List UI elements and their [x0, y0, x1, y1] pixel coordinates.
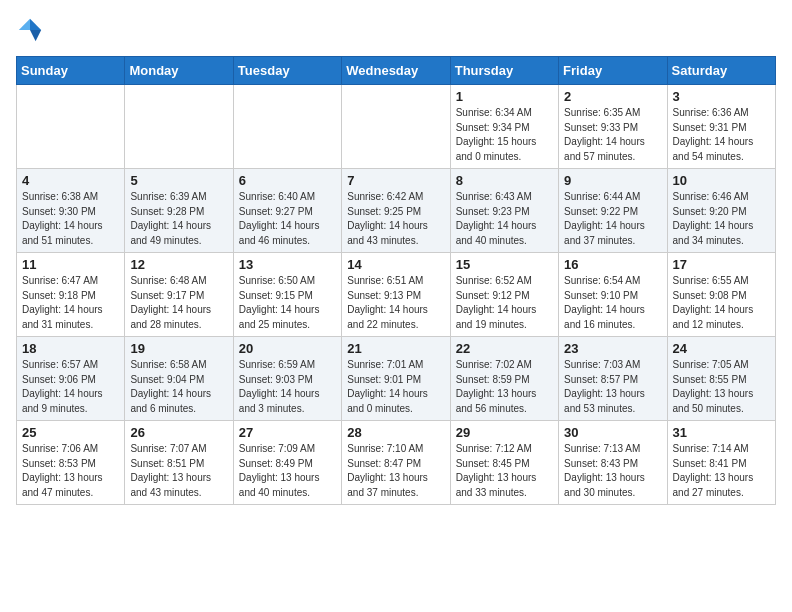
- day-number: 4: [22, 173, 119, 188]
- svg-marker-1: [30, 30, 41, 41]
- day-info: Sunrise: 6:51 AM Sunset: 9:13 PM Dayligh…: [347, 275, 428, 330]
- week-row-3: 11Sunrise: 6:47 AM Sunset: 9:18 PM Dayli…: [17, 253, 776, 337]
- calendar-cell: 27Sunrise: 7:09 AM Sunset: 8:49 PM Dayli…: [233, 421, 341, 505]
- svg-marker-2: [19, 19, 30, 30]
- day-info: Sunrise: 6:43 AM Sunset: 9:23 PM Dayligh…: [456, 191, 537, 246]
- day-number: 1: [456, 89, 553, 104]
- day-info: Sunrise: 6:44 AM Sunset: 9:22 PM Dayligh…: [564, 191, 645, 246]
- day-number: 11: [22, 257, 119, 272]
- calendar-cell: 2Sunrise: 6:35 AM Sunset: 9:33 PM Daylig…: [559, 85, 667, 169]
- day-number: 19: [130, 341, 227, 356]
- day-number: 22: [456, 341, 553, 356]
- calendar-cell: 5Sunrise: 6:39 AM Sunset: 9:28 PM Daylig…: [125, 169, 233, 253]
- day-info: Sunrise: 7:02 AM Sunset: 8:59 PM Dayligh…: [456, 359, 537, 414]
- calendar-cell: 4Sunrise: 6:38 AM Sunset: 9:30 PM Daylig…: [17, 169, 125, 253]
- calendar-cell: 9Sunrise: 6:44 AM Sunset: 9:22 PM Daylig…: [559, 169, 667, 253]
- calendar-cell: 8Sunrise: 6:43 AM Sunset: 9:23 PM Daylig…: [450, 169, 558, 253]
- calendar-cell: 25Sunrise: 7:06 AM Sunset: 8:53 PM Dayli…: [17, 421, 125, 505]
- calendar-cell: 19Sunrise: 6:58 AM Sunset: 9:04 PM Dayli…: [125, 337, 233, 421]
- day-info: Sunrise: 6:46 AM Sunset: 9:20 PM Dayligh…: [673, 191, 754, 246]
- day-info: Sunrise: 7:12 AM Sunset: 8:45 PM Dayligh…: [456, 443, 537, 498]
- day-number: 14: [347, 257, 444, 272]
- calendar-cell: 30Sunrise: 7:13 AM Sunset: 8:43 PM Dayli…: [559, 421, 667, 505]
- calendar-cell: 24Sunrise: 7:05 AM Sunset: 8:55 PM Dayli…: [667, 337, 775, 421]
- day-number: 17: [673, 257, 770, 272]
- day-number: 15: [456, 257, 553, 272]
- calendar-cell: 18Sunrise: 6:57 AM Sunset: 9:06 PM Dayli…: [17, 337, 125, 421]
- day-number: 13: [239, 257, 336, 272]
- calendar-cell: 26Sunrise: 7:07 AM Sunset: 8:51 PM Dayli…: [125, 421, 233, 505]
- calendar-cell: 17Sunrise: 6:55 AM Sunset: 9:08 PM Dayli…: [667, 253, 775, 337]
- day-number: 24: [673, 341, 770, 356]
- day-number: 8: [456, 173, 553, 188]
- day-number: 23: [564, 341, 661, 356]
- logo: [16, 16, 48, 44]
- calendar-cell: 7Sunrise: 6:42 AM Sunset: 9:25 PM Daylig…: [342, 169, 450, 253]
- day-header-monday: Monday: [125, 57, 233, 85]
- day-info: Sunrise: 6:35 AM Sunset: 9:33 PM Dayligh…: [564, 107, 645, 162]
- page-header: [16, 16, 776, 44]
- day-header-wednesday: Wednesday: [342, 57, 450, 85]
- day-info: Sunrise: 7:13 AM Sunset: 8:43 PM Dayligh…: [564, 443, 645, 498]
- calendar-cell: 13Sunrise: 6:50 AM Sunset: 9:15 PM Dayli…: [233, 253, 341, 337]
- week-row-1: 1Sunrise: 6:34 AM Sunset: 9:34 PM Daylig…: [17, 85, 776, 169]
- day-info: Sunrise: 6:50 AM Sunset: 9:15 PM Dayligh…: [239, 275, 320, 330]
- day-info: Sunrise: 6:54 AM Sunset: 9:10 PM Dayligh…: [564, 275, 645, 330]
- day-info: Sunrise: 6:38 AM Sunset: 9:30 PM Dayligh…: [22, 191, 103, 246]
- calendar-cell: 20Sunrise: 6:59 AM Sunset: 9:03 PM Dayli…: [233, 337, 341, 421]
- day-info: Sunrise: 6:39 AM Sunset: 9:28 PM Dayligh…: [130, 191, 211, 246]
- day-info: Sunrise: 6:36 AM Sunset: 9:31 PM Dayligh…: [673, 107, 754, 162]
- day-header-tuesday: Tuesday: [233, 57, 341, 85]
- calendar-cell: [125, 85, 233, 169]
- day-number: 6: [239, 173, 336, 188]
- calendar-cell: [17, 85, 125, 169]
- day-info: Sunrise: 6:55 AM Sunset: 9:08 PM Dayligh…: [673, 275, 754, 330]
- day-number: 20: [239, 341, 336, 356]
- day-number: 29: [456, 425, 553, 440]
- day-info: Sunrise: 7:07 AM Sunset: 8:51 PM Dayligh…: [130, 443, 211, 498]
- day-number: 12: [130, 257, 227, 272]
- day-header-saturday: Saturday: [667, 57, 775, 85]
- day-info: Sunrise: 6:34 AM Sunset: 9:34 PM Dayligh…: [456, 107, 537, 162]
- day-number: 30: [564, 425, 661, 440]
- day-info: Sunrise: 7:06 AM Sunset: 8:53 PM Dayligh…: [22, 443, 103, 498]
- calendar-cell: 23Sunrise: 7:03 AM Sunset: 8:57 PM Dayli…: [559, 337, 667, 421]
- day-info: Sunrise: 7:09 AM Sunset: 8:49 PM Dayligh…: [239, 443, 320, 498]
- day-number: 7: [347, 173, 444, 188]
- day-number: 10: [673, 173, 770, 188]
- day-number: 9: [564, 173, 661, 188]
- week-row-4: 18Sunrise: 6:57 AM Sunset: 9:06 PM Dayli…: [17, 337, 776, 421]
- calendar-cell: [233, 85, 341, 169]
- day-number: 28: [347, 425, 444, 440]
- calendar-cell: 31Sunrise: 7:14 AM Sunset: 8:41 PM Dayli…: [667, 421, 775, 505]
- calendar-cell: 6Sunrise: 6:40 AM Sunset: 9:27 PM Daylig…: [233, 169, 341, 253]
- day-info: Sunrise: 7:10 AM Sunset: 8:47 PM Dayligh…: [347, 443, 428, 498]
- calendar-table: SundayMondayTuesdayWednesdayThursdayFrid…: [16, 56, 776, 505]
- day-header-friday: Friday: [559, 57, 667, 85]
- day-header-sunday: Sunday: [17, 57, 125, 85]
- calendar-cell: 11Sunrise: 6:47 AM Sunset: 9:18 PM Dayli…: [17, 253, 125, 337]
- day-info: Sunrise: 6:57 AM Sunset: 9:06 PM Dayligh…: [22, 359, 103, 414]
- day-number: 26: [130, 425, 227, 440]
- day-info: Sunrise: 7:03 AM Sunset: 8:57 PM Dayligh…: [564, 359, 645, 414]
- day-number: 5: [130, 173, 227, 188]
- day-info: Sunrise: 7:14 AM Sunset: 8:41 PM Dayligh…: [673, 443, 754, 498]
- day-number: 21: [347, 341, 444, 356]
- day-info: Sunrise: 6:58 AM Sunset: 9:04 PM Dayligh…: [130, 359, 211, 414]
- calendar-cell: 29Sunrise: 7:12 AM Sunset: 8:45 PM Dayli…: [450, 421, 558, 505]
- day-info: Sunrise: 6:59 AM Sunset: 9:03 PM Dayligh…: [239, 359, 320, 414]
- day-info: Sunrise: 6:48 AM Sunset: 9:17 PM Dayligh…: [130, 275, 211, 330]
- calendar-cell: 10Sunrise: 6:46 AM Sunset: 9:20 PM Dayli…: [667, 169, 775, 253]
- logo-icon: [16, 16, 44, 44]
- header-row: SundayMondayTuesdayWednesdayThursdayFrid…: [17, 57, 776, 85]
- calendar-cell: 1Sunrise: 6:34 AM Sunset: 9:34 PM Daylig…: [450, 85, 558, 169]
- day-info: Sunrise: 7:05 AM Sunset: 8:55 PM Dayligh…: [673, 359, 754, 414]
- day-number: 2: [564, 89, 661, 104]
- day-info: Sunrise: 6:52 AM Sunset: 9:12 PM Dayligh…: [456, 275, 537, 330]
- calendar-cell: 14Sunrise: 6:51 AM Sunset: 9:13 PM Dayli…: [342, 253, 450, 337]
- calendar-cell: 16Sunrise: 6:54 AM Sunset: 9:10 PM Dayli…: [559, 253, 667, 337]
- week-row-2: 4Sunrise: 6:38 AM Sunset: 9:30 PM Daylig…: [17, 169, 776, 253]
- calendar-cell: [342, 85, 450, 169]
- day-number: 16: [564, 257, 661, 272]
- day-header-thursday: Thursday: [450, 57, 558, 85]
